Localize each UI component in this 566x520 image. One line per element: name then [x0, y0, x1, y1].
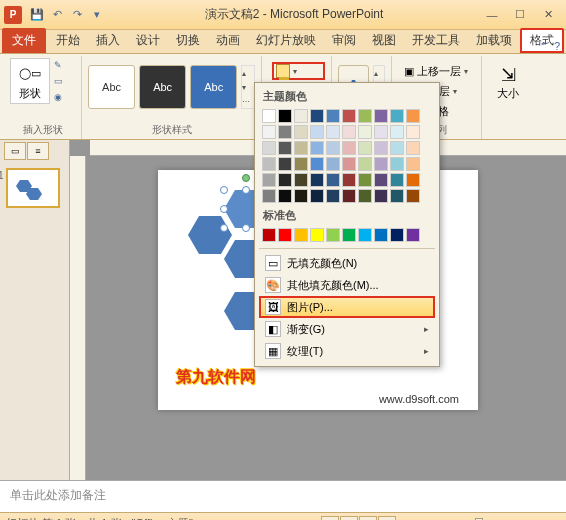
reading-view-button[interactable]: ▦	[359, 516, 377, 521]
color-swatch[interactable]	[310, 173, 324, 187]
color-swatch[interactable]	[342, 141, 356, 155]
bring-forward-button[interactable]: ▣上移一层▾	[402, 62, 475, 80]
color-swatch[interactable]	[262, 109, 276, 123]
tab-review[interactable]: 审阅	[324, 28, 364, 53]
color-swatch[interactable]	[390, 125, 404, 139]
gallery-more-button[interactable]: ▴▾⋯	[241, 65, 255, 109]
color-swatch[interactable]	[326, 141, 340, 155]
color-swatch[interactable]	[294, 141, 308, 155]
color-swatch[interactable]	[390, 109, 404, 123]
color-swatch[interactable]	[294, 125, 308, 139]
shape-fill-button[interactable]: ▾	[272, 62, 325, 80]
color-swatch[interactable]	[358, 141, 372, 155]
slide-thumbnail-1[interactable]: 1	[6, 168, 60, 208]
save-icon[interactable]: 💾	[28, 6, 46, 24]
color-swatch[interactable]	[390, 189, 404, 203]
tab-slideshow[interactable]: 幻灯片放映	[248, 28, 324, 53]
shapes-button[interactable]: ◯▭ 形状	[10, 58, 50, 104]
collapse-ribbon-icon[interactable]: ⌃	[539, 40, 548, 53]
color-swatch[interactable]	[326, 125, 340, 139]
color-swatch[interactable]	[278, 157, 292, 171]
slideshow-view-button[interactable]: ▣	[378, 516, 396, 521]
undo-icon[interactable]: ↶	[48, 6, 66, 24]
color-swatch[interactable]	[278, 141, 292, 155]
color-swatch[interactable]	[374, 189, 388, 203]
color-swatch[interactable]	[390, 141, 404, 155]
color-swatch[interactable]	[374, 125, 388, 139]
color-swatch[interactable]	[374, 228, 388, 242]
color-swatch[interactable]	[374, 157, 388, 171]
more-colors-item[interactable]: 🎨其他填充颜色(M)...	[259, 274, 435, 296]
resize-handle[interactable]	[242, 186, 250, 194]
no-fill-item[interactable]: ▭无填充颜色(N)	[259, 252, 435, 274]
color-swatch[interactable]	[406, 189, 420, 203]
color-swatch[interactable]	[374, 173, 388, 187]
style-gallery[interactable]: Abc Abc Abc ▴▾⋯	[88, 58, 255, 116]
gradient-item[interactable]: ◧渐变(G)▸	[259, 318, 435, 340]
color-swatch[interactable]	[406, 109, 420, 123]
color-swatch[interactable]	[310, 157, 324, 171]
slides-tab[interactable]: ▭	[4, 142, 26, 160]
color-swatch[interactable]	[342, 157, 356, 171]
resize-handle[interactable]	[220, 224, 228, 232]
color-swatch[interactable]	[310, 141, 324, 155]
help-icon[interactable]: ?	[554, 40, 560, 53]
color-swatch[interactable]	[390, 173, 404, 187]
tab-animations[interactable]: 动画	[208, 28, 248, 53]
merge-shapes-icon[interactable]: ◉	[54, 92, 72, 106]
color-swatch[interactable]	[390, 157, 404, 171]
color-swatch[interactable]	[406, 228, 420, 242]
color-swatch[interactable]	[406, 157, 420, 171]
color-swatch[interactable]	[342, 109, 356, 123]
color-swatch[interactable]	[342, 189, 356, 203]
tab-transitions[interactable]: 切换	[168, 28, 208, 53]
color-swatch[interactable]	[342, 173, 356, 187]
color-swatch[interactable]	[310, 189, 324, 203]
redo-icon[interactable]: ↷	[68, 6, 86, 24]
color-swatch[interactable]	[278, 125, 292, 139]
color-swatch[interactable]	[278, 109, 292, 123]
color-swatch[interactable]	[294, 189, 308, 203]
color-swatch[interactable]	[262, 125, 276, 139]
color-swatch[interactable]	[374, 141, 388, 155]
color-swatch[interactable]	[294, 157, 308, 171]
notes-pane[interactable]: 单击此处添加备注	[0, 480, 566, 512]
outline-tab[interactable]: ≡	[27, 142, 49, 160]
color-swatch[interactable]	[342, 125, 356, 139]
resize-handle[interactable]	[242, 224, 250, 232]
resize-handle[interactable]	[220, 186, 228, 194]
color-swatch[interactable]	[358, 173, 372, 187]
color-swatch[interactable]	[406, 173, 420, 187]
color-swatch[interactable]	[262, 189, 276, 203]
tab-design[interactable]: 设计	[128, 28, 168, 53]
qat-more-icon[interactable]: ▾	[88, 6, 106, 24]
tab-view[interactable]: 视图	[364, 28, 404, 53]
color-swatch[interactable]	[374, 109, 388, 123]
style-sample-2[interactable]: Abc	[139, 65, 186, 109]
color-swatch[interactable]	[326, 228, 340, 242]
color-swatch[interactable]	[358, 125, 372, 139]
color-swatch[interactable]	[278, 228, 292, 242]
color-swatch[interactable]	[262, 157, 276, 171]
color-swatch[interactable]	[406, 141, 420, 155]
picture-fill-item[interactable]: 🖼图片(P)...	[259, 296, 435, 318]
sorter-view-button[interactable]: ⊞	[340, 516, 358, 521]
color-swatch[interactable]	[358, 109, 372, 123]
text-box-icon[interactable]: ▭	[54, 76, 72, 90]
style-sample-3[interactable]: Abc	[190, 65, 237, 109]
color-swatch[interactable]	[326, 157, 340, 171]
color-swatch[interactable]	[406, 125, 420, 139]
color-swatch[interactable]	[294, 109, 308, 123]
tab-home[interactable]: 开始	[48, 28, 88, 53]
size-button[interactable]: ⇲ 大小	[488, 58, 528, 101]
style-sample-1[interactable]: Abc	[88, 65, 135, 109]
color-swatch[interactable]	[278, 189, 292, 203]
color-swatch[interactable]	[294, 228, 308, 242]
texture-item[interactable]: ▦纹理(T)▸	[259, 340, 435, 362]
color-swatch[interactable]	[310, 109, 324, 123]
close-button[interactable]: ✕	[538, 6, 558, 24]
color-swatch[interactable]	[262, 173, 276, 187]
color-swatch[interactable]	[390, 228, 404, 242]
tab-file[interactable]: 文件	[2, 28, 46, 53]
color-swatch[interactable]	[310, 125, 324, 139]
